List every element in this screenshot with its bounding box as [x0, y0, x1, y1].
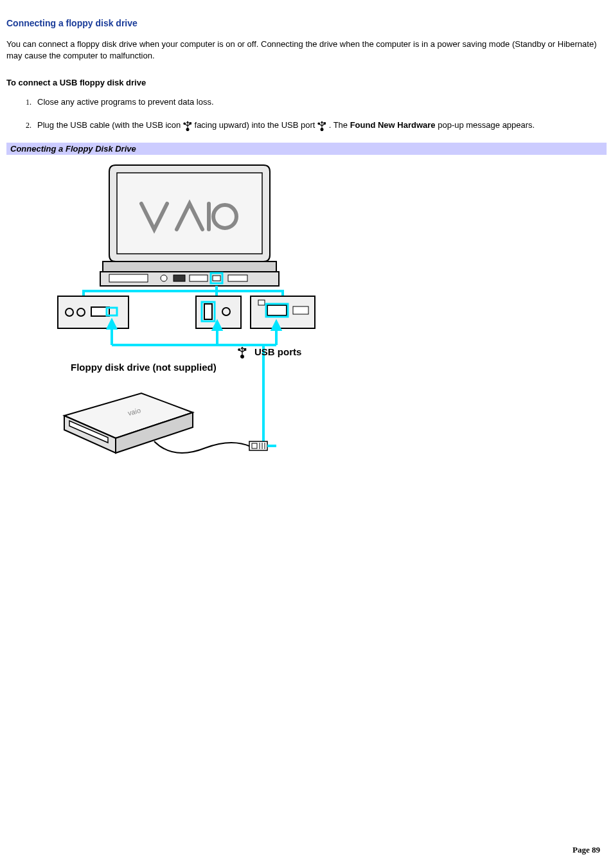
- step-2-bold: Found New Hardware: [350, 120, 436, 130]
- step-2-text-c: . The: [329, 120, 350, 130]
- svg-rect-28: [204, 304, 212, 319]
- usb-icon: [317, 121, 326, 131]
- usb-ports-label: USB ports: [238, 346, 302, 358]
- step-2: Plug the USB cable (with the USB icon fa…: [33, 120, 607, 131]
- svg-point-14: [161, 275, 167, 281]
- svg-point-44: [238, 349, 240, 351]
- svg-rect-18: [213, 276, 220, 281]
- floppy-label-text: Floppy disk drive (not supplied): [71, 362, 217, 373]
- svg-point-2: [184, 123, 186, 125]
- steps-list: Close any active programs to prevent dat…: [6, 96, 607, 131]
- peripheral-left: [58, 296, 129, 345]
- intro-paragraph: You can connect a floppy disk drive when…: [6, 39, 607, 61]
- svg-rect-52: [252, 443, 257, 448]
- laptop-illustration: [100, 165, 279, 286]
- svg-rect-8: [117, 173, 262, 254]
- svg-rect-7: [324, 123, 325, 124]
- peripheral-right: [251, 296, 315, 345]
- step-1: Close any active programs to prevent dat…: [33, 96, 607, 108]
- page-number: Page 89: [573, 845, 600, 855]
- step-2-text-b: facing upward) into the USB port: [195, 120, 318, 130]
- svg-rect-35: [267, 305, 287, 315]
- svg-rect-16: [190, 275, 208, 281]
- usb-icon: [183, 121, 192, 131]
- svg-rect-15: [173, 275, 185, 281]
- svg-rect-3: [190, 123, 191, 124]
- step-2-text-a: Plug the USB cable (with the USB icon: [37, 120, 183, 130]
- figure-caption: Connecting a Floppy Disk Drive: [6, 143, 607, 155]
- svg-rect-13: [109, 274, 148, 282]
- section-title: Connecting a floppy disk drive: [6, 18, 607, 28]
- peripheral-center: [196, 296, 241, 345]
- procedure-heading: To connect a USB floppy disk drive: [6, 78, 607, 87]
- usb-ports-text: USB ports: [254, 346, 301, 357]
- svg-rect-11: [103, 261, 276, 272]
- connection-diagram: USB ports Floppy disk drive (not supplie…: [45, 159, 607, 469]
- svg-rect-37: [293, 306, 308, 314]
- floppy-drive-illustration: vaio: [64, 393, 276, 453]
- svg-rect-45: [244, 349, 246, 351]
- svg-rect-19: [228, 275, 247, 281]
- svg-point-6: [318, 123, 320, 125]
- step-2-text-d: pop-up message appears.: [436, 120, 535, 130]
- svg-rect-34: [258, 300, 265, 305]
